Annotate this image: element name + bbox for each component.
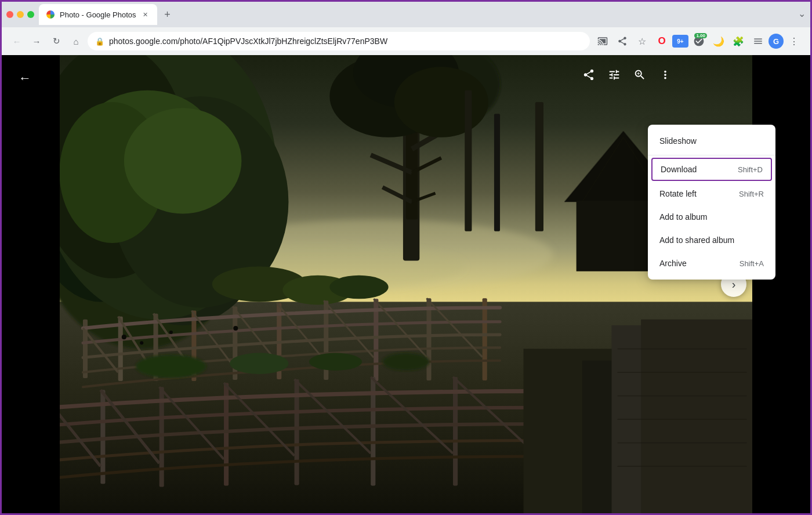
svg-rect-28 [465,90,472,231]
night-mode-icon[interactable]: 🌙 [709,32,728,50]
menu-item-archive[interactable]: Archive Shift+A [648,252,775,275]
menu-item-rotate-label: Rotate left [659,189,697,198]
menu-item-archive-shortcut: Shift+A [740,259,764,268]
svg-rect-50 [483,298,487,380]
tab-title: Photo - Google Photos [60,10,136,19]
menu-item-archive-label: Archive [659,259,687,268]
menu-item-add-album[interactable]: Add to album [648,205,775,229]
photo-area [60,55,752,513]
share-icon[interactable] [613,32,632,50]
lock-icon: 🔒 [95,37,104,46]
menu-item-rotate-shortcut: Shift+R [739,190,764,198]
menu-item-shared-album-label: Add to shared album [659,235,734,245]
menu-item-add-album-label: Add to album [659,212,708,222]
traffic-lights [2,11,39,18]
tab-bar: Photo - Google Photos ✕ + ⌄ [2,2,810,27]
svg-point-76 [230,353,288,374]
svg-point-77 [309,353,362,371]
address-bar: ← → ↻ ⌂ 🔒 photos.google.com/photo/AF1Qip… [2,27,810,55]
svg-point-75 [136,355,206,379]
svg-point-80 [169,331,173,334]
more-options-icon[interactable]: ⋮ [785,32,803,50]
photo-svg [60,55,752,513]
bookmark-icon[interactable]: ☆ [633,32,651,50]
menu-item-add-shared-album[interactable]: Add to shared album [648,229,775,252]
extension-badge-icon[interactable]: 9+ [672,35,688,48]
svg-point-82 [140,341,143,344]
minimize-chrome-icon[interactable]: ⌄ [798,8,806,19]
svg-rect-30 [535,102,543,231]
left-panel [2,55,60,513]
back-photo-button[interactable]: ← [13,67,37,90]
maximize-window-button[interactable] [27,11,34,18]
svg-point-40 [329,275,388,299]
more-vert-icon [659,68,672,81]
zoom-icon [633,68,646,81]
url-text: photos.google.com/photo/AF1QipPVJscXtkJl… [109,37,582,46]
edit-photo-button[interactable] [603,63,626,86]
extension2-icon[interactable]: 1.00 [690,32,708,50]
share-photo-icon [582,68,595,81]
browser-window-controls: ⌄ [798,8,810,21]
active-tab[interactable]: Photo - Google Photos ✕ [39,4,157,25]
browser-toolbar-icons: ☆ O 9+ 1.00 🌙 🧩 G ⋮ [593,32,803,50]
svg-point-78 [382,353,429,371]
svg-point-81 [233,326,238,331]
reload-button[interactable]: ↻ [48,33,64,49]
menu-item-slideshow-label: Slideshow [659,136,697,146]
forward-button[interactable]: → [28,33,45,49]
menu-item-slideshow[interactable]: Slideshow [648,129,775,153]
svg-point-27 [394,67,488,137]
minimize-window-button[interactable] [17,11,24,18]
ext-badge: 1.00 [694,33,707,38]
address-input[interactable]: 🔒 photos.google.com/photo/AF1QipPVJscXtk… [88,32,590,50]
zoom-photo-button[interactable] [628,63,651,86]
browser-frame: Photo - Google Photos ✕ + ⌄ ← → ↻ ⌂ 🔒 ph… [2,2,810,513]
svg-point-79 [122,335,126,339]
menu-item-rotate-left[interactable]: Rotate left Shift+R [648,182,775,205]
right-panel [752,55,810,513]
share-photo-button[interactable] [577,63,600,86]
profile-avatar[interactable]: G [768,34,784,49]
menu-item-download[interactable]: Download Shift+D [651,158,772,181]
home-button[interactable]: ⌂ [68,33,84,49]
tab-close-button[interactable]: ✕ [141,10,150,19]
extensions-icon[interactable]: 🧩 [729,32,748,50]
cast-icon[interactable] [593,32,612,50]
opera-extension-icon[interactable]: O [652,32,671,50]
sidebar-toggle-icon[interactable] [749,32,767,50]
menu-item-download-label: Download [661,165,697,174]
main-content: ← [2,55,810,513]
close-window-button[interactable] [6,11,13,18]
dropdown-menu: Slideshow Download Shift+D Rotate left S… [648,125,775,280]
svg-rect-49 [426,298,431,380]
svg-rect-29 [494,114,500,231]
back-arrow-icon: ← [19,71,31,86]
menu-item-download-shortcut: Shift+D [738,165,763,174]
more-options-photo-button[interactable] [654,63,677,86]
tab-favicon-icon [46,10,55,19]
new-tab-button[interactable]: + [160,6,176,23]
svg-point-12 [124,108,242,213]
sliders-icon [608,68,621,81]
menu-divider [648,155,775,155]
back-button[interactable]: ← [9,33,25,49]
photo-toolbar [577,63,677,86]
